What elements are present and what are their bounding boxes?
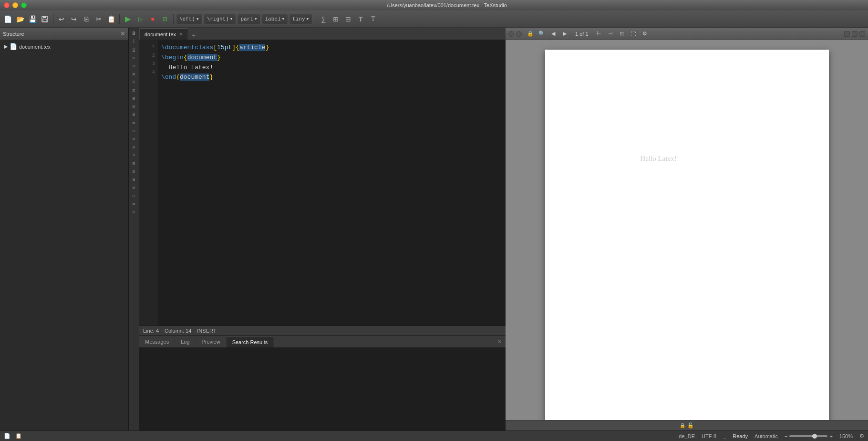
build-run-button[interactable]: ▶: [122, 13, 134, 25]
tiny-dropdown-label: tiny: [292, 16, 305, 22]
save-all-button[interactable]: [39, 13, 51, 25]
preview-settings-button[interactable]: ⚙: [640, 30, 650, 38]
icon-bar-u[interactable]: U: [130, 46, 138, 53]
zoom-level: 150%: [839, 433, 853, 439]
code-line-1: \documentclass[15pt]{article}: [161, 43, 502, 53]
tab-close-button[interactable]: ✕: [179, 32, 183, 37]
icon-bar-3[interactable]: ⊠: [130, 70, 138, 78]
window-title: /Users/yuanbao/latex/001/document.tex - …: [30, 2, 864, 8]
icon-bar-19[interactable]: ⊠: [130, 200, 138, 208]
preview-prev-button[interactable]: ◀: [548, 30, 558, 38]
label-dropdown[interactable]: label ▾: [262, 14, 289, 24]
sep1: [53, 14, 53, 24]
preview-ctrl1[interactable]: [508, 31, 514, 37]
icon-bar-2[interactable]: ⊟: [130, 62, 138, 70]
save-file-button[interactable]: 💾: [27, 13, 38, 25]
preview-winctrl1[interactable]: [844, 31, 850, 37]
icon-bar-9[interactable]: ⊠: [130, 119, 138, 126]
open-file-button[interactable]: 📂: [14, 13, 26, 25]
preview-zoom-out-button[interactable]: 🔍: [537, 30, 547, 38]
icon-bar-6[interactable]: ⊞: [130, 94, 138, 102]
locale-indicator: de_DE: [679, 433, 695, 439]
code-editor[interactable]: 1 2 3 4 \documentclass[15pt]{article} \b…: [139, 40, 506, 326]
paste-button[interactable]: 📋: [105, 13, 117, 25]
format-button[interactable]: T: [355, 13, 366, 25]
code-content[interactable]: \documentclass[15pt]{article} \begin{doc…: [157, 40, 506, 326]
tiny-dropdown[interactable]: tiny ▾: [289, 14, 312, 24]
tab-document[interactable]: document.tex ✕: [139, 28, 188, 40]
tab-search-results-label: Search Results: [232, 339, 268, 345]
icon-bar-8[interactable]: ≣: [130, 111, 138, 118]
structure-header: Structure ✕: [0, 28, 128, 40]
icon-bar-16[interactable]: ≣: [130, 176, 138, 183]
left-dropdown[interactable]: \eft( ▾: [176, 14, 203, 24]
build-button[interactable]: ▷: [134, 13, 146, 25]
zoom-minus-icon[interactable]: −: [785, 433, 787, 439]
undo-button[interactable]: ↩: [56, 13, 67, 25]
icon-bar-18[interactable]: ⊟: [130, 192, 138, 200]
preview-content[interactable]: Hello Latex!: [506, 40, 868, 420]
icon-bar-20[interactable]: ⊡: [130, 208, 138, 216]
close-button[interactable]: [4, 2, 10, 8]
icon-bar-b[interactable]: B: [130, 30, 138, 37]
tab-messages[interactable]: Messages: [139, 336, 175, 347]
structure-close-button[interactable]: ✕: [120, 30, 125, 37]
add-tab-button[interactable]: +: [188, 32, 199, 40]
redo-button[interactable]: ↪: [68, 13, 80, 25]
minimize-button[interactable]: [12, 2, 18, 8]
tab-search-results[interactable]: Search Results: [227, 336, 274, 347]
copy-button[interactable]: ⎘: [81, 13, 92, 25]
zoom-slider-container: − +: [785, 433, 833, 439]
tab-bar: document.tex ✕ +: [139, 28, 506, 40]
preview-lock2-icon: 🔓: [687, 422, 694, 429]
code-line-4: \end{document}: [161, 73, 502, 83]
format2-button[interactable]: T: [367, 13, 379, 25]
part-dropdown[interactable]: part ▾: [237, 14, 260, 24]
pdf-page: Hello Latex!: [545, 50, 829, 420]
ref-button[interactable]: ⊞: [330, 13, 341, 25]
preview-winctrl3[interactable]: [859, 31, 865, 37]
icon-bar-5[interactable]: ⊡: [130, 86, 138, 94]
icon-bar-i[interactable]: I: [130, 38, 138, 45]
view-button[interactable]: ⊡: [159, 13, 171, 25]
new-file-button[interactable]: 📄: [2, 13, 13, 25]
preview-lock-button[interactable]: 🔒: [526, 30, 535, 38]
env-button[interactable]: ⊟: [342, 13, 354, 25]
icon-bar-15[interactable]: ⊡: [130, 168, 138, 175]
zoom-slider[interactable]: [789, 435, 827, 437]
tab-messages-label: Messages: [145, 339, 169, 345]
icon-bar-1[interactable]: ⊞: [130, 54, 138, 62]
icon-bar-17[interactable]: ⊞: [130, 184, 138, 191]
zoom-plus-icon[interactable]: +: [829, 433, 832, 439]
math-button[interactable]: ∑: [318, 13, 329, 25]
preview-fullscreen-button[interactable]: ⛶: [629, 30, 638, 38]
settings-icon[interactable]: ⚙: [859, 433, 864, 439]
titlebar: /Users/yuanbao/latex/001/document.tex - …: [0, 0, 868, 10]
status-ready: Ready: [733, 433, 748, 439]
right-dropdown[interactable]: \right) ▾: [204, 14, 237, 24]
cut-button[interactable]: ✂: [93, 13, 104, 25]
main-layout: Structure ✕ ▶ 📄 document.tex B I U ⊞ ⊟ ⊠…: [0, 28, 868, 430]
tree-item-document[interactable]: ▶ 📄 document.tex: [2, 42, 126, 51]
icon-bar-11[interactable]: ⊞: [130, 135, 138, 143]
icon-bar-14[interactable]: ⊠: [130, 159, 138, 167]
icon-bar-10[interactable]: ⊡: [130, 127, 138, 135]
sep3: [173, 14, 174, 24]
tab-preview[interactable]: Preview: [196, 336, 227, 347]
icon-bar-7[interactable]: ⊟: [130, 103, 138, 110]
preview-winctrl2[interactable]: [852, 31, 858, 37]
icon-bar-12[interactable]: ⊟: [130, 143, 138, 151]
zoom-slider-thumb[interactable]: [812, 434, 817, 439]
preview-nav-start[interactable]: ⊢: [594, 30, 604, 38]
stop-button[interactable]: ■: [147, 13, 158, 25]
preview-next-button[interactable]: ▶: [560, 30, 569, 38]
sep2: [119, 14, 120, 24]
bottom-panel-close-button[interactable]: ✕: [494, 337, 506, 346]
icon-bar-4[interactable]: ≡: [130, 78, 138, 86]
maximize-button[interactable]: [21, 2, 27, 8]
tab-log[interactable]: Log: [175, 336, 196, 347]
preview-nav-end[interactable]: ⊣: [606, 30, 615, 38]
preview-ctrl2[interactable]: [516, 31, 522, 37]
icon-bar-13[interactable]: ≡: [130, 151, 138, 159]
preview-fit-button[interactable]: ⊡: [617, 30, 627, 38]
